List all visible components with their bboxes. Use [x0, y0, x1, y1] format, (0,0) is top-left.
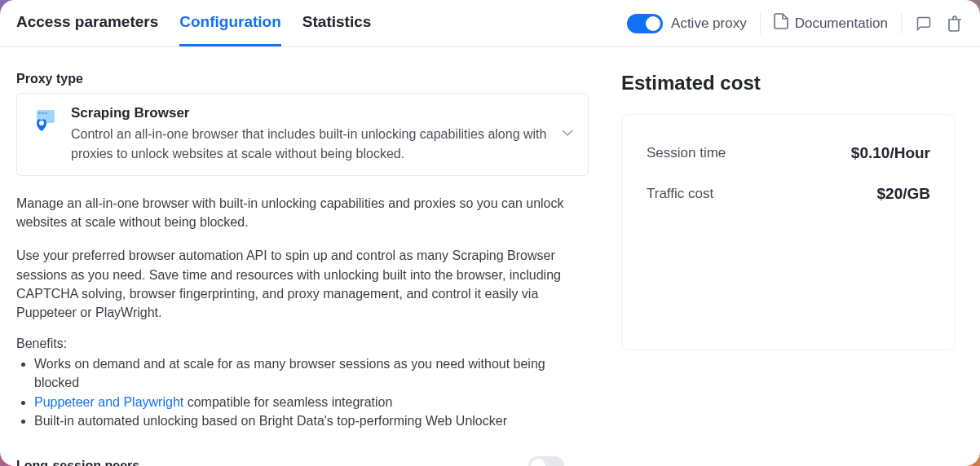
- cost-key: Traffic cost: [647, 186, 713, 202]
- long-session-label: Long-session peers: [16, 459, 139, 466]
- tab-statistics[interactable]: Statistics: [302, 0, 371, 46]
- intro-paragraph-2: Use your preferred browser automation AP…: [16, 246, 589, 322]
- trash-icon: [947, 15, 962, 32]
- scraping-browser-icon: [30, 107, 60, 136]
- active-proxy-toggle-group: Active proxy: [627, 14, 747, 33]
- chat-icon: [916, 15, 932, 32]
- documentation-label: Documentation: [795, 15, 888, 32]
- left-column: Proxy type Scraping Browser Control an a…: [16, 72, 589, 466]
- chevron-down-icon: [562, 125, 573, 139]
- svg-rect-1: [38, 112, 41, 114]
- cost-value: $0.10/Hour: [851, 144, 930, 162]
- cost-key: Session time: [647, 145, 726, 161]
- right-column: Estimated cost Session time $0.10/Hour T…: [621, 72, 956, 466]
- estimated-cost-card: Session time $0.10/Hour Traffic cost $20…: [621, 114, 956, 350]
- proxy-desc: Control an all-in-one browser that inclu…: [71, 125, 575, 164]
- tab-list: Access parameters Configuration Statisti…: [16, 0, 371, 46]
- topbar: Access parameters Configuration Statisti…: [0, 0, 980, 47]
- document-icon: [774, 13, 788, 33]
- benefit-item: Works on demand and at scale for as many…: [34, 354, 589, 392]
- content: Proxy type Scraping Browser Control an a…: [0, 47, 980, 466]
- intro-paragraph-1: Manage an all-in-one browser with built-…: [16, 194, 589, 231]
- svg-rect-2: [42, 112, 44, 114]
- benefit-item: Built-in automated unlocking based on Br…: [34, 411, 589, 430]
- active-proxy-toggle[interactable]: [627, 14, 663, 33]
- proxy-type-label: Proxy type: [16, 72, 589, 86]
- cost-row-session: Session time $0.10/Hour: [647, 144, 930, 162]
- benefit-item: Puppeteer and Playwright compatible for …: [34, 393, 589, 411]
- benefit-text: compatible for seamless integration: [183, 395, 392, 409]
- chat-button[interactable]: [915, 15, 933, 33]
- puppeteer-playwright-link[interactable]: Puppeteer and Playwright: [34, 395, 183, 409]
- proxy-type-selector[interactable]: Scraping Browser Control an all-in-one b…: [16, 93, 589, 176]
- benefits-list: Works on demand and at scale for as many…: [16, 354, 589, 430]
- cost-row-traffic: Traffic cost $20/GB: [647, 185, 930, 203]
- documentation-link[interactable]: Documentation: [774, 13, 888, 33]
- svg-point-4: [39, 121, 44, 125]
- proxy-title: Scraping Browser: [71, 105, 575, 121]
- long-session-row: Long-session peers: [16, 456, 589, 466]
- long-session-toggle[interactable]: [528, 456, 564, 466]
- estimated-cost-title: Estimated cost: [621, 72, 956, 95]
- tab-configuration[interactable]: Configuration: [179, 0, 281, 46]
- delete-button[interactable]: [946, 15, 964, 33]
- benefits-heading: Benefits:: [16, 336, 589, 351]
- svg-rect-3: [45, 112, 47, 114]
- cost-value: $20/GB: [877, 185, 930, 203]
- divider: [760, 13, 761, 34]
- topbar-actions: Active proxy Documentation: [627, 13, 964, 34]
- config-panel: Access parameters Configuration Statisti…: [0, 0, 980, 466]
- active-proxy-label: Active proxy: [671, 15, 747, 32]
- divider: [901, 13, 902, 34]
- proxy-card-body: Scraping Browser Control an all-in-one b…: [71, 105, 575, 164]
- tab-access-parameters[interactable]: Access parameters: [16, 0, 158, 46]
